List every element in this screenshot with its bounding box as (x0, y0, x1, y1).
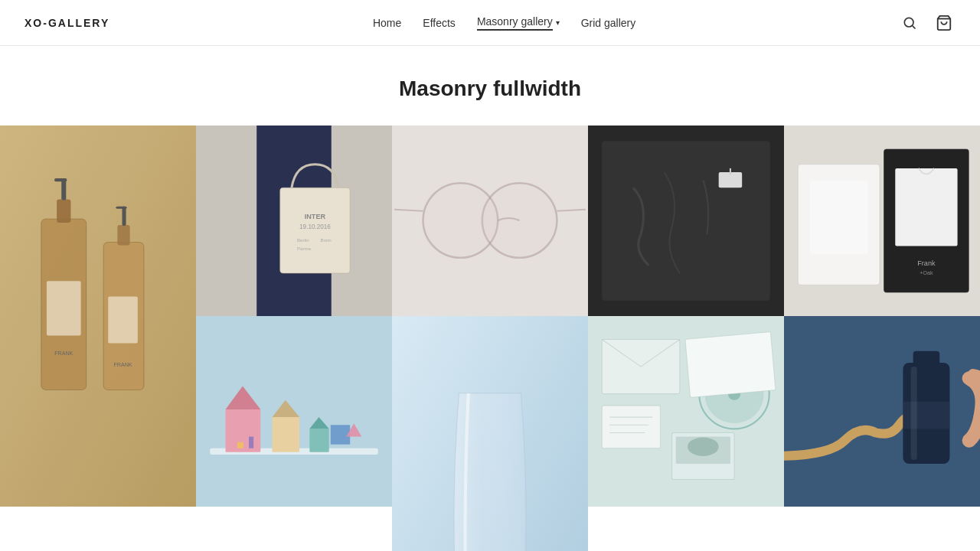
svg-rect-63 (602, 406, 660, 448)
page-title-section: Masonry fullwidth (0, 46, 980, 126)
svg-rect-33 (602, 141, 770, 300)
svg-rect-43 (809, 180, 867, 254)
svg-rect-48 (273, 417, 300, 452)
gallery-item-6[interactable] (196, 316, 392, 507)
svg-rect-4 (0, 126, 196, 507)
svg-rect-76 (913, 351, 940, 367)
svg-marker-52 (331, 425, 350, 444)
nav-masonry-gallery[interactable]: Masonry gallery ▾ (477, 15, 560, 31)
svg-rect-73 (685, 332, 776, 398)
packaged-shirts-image: Frank +Oak (784, 126, 980, 316)
gallery-item-2[interactable]: INTER 19.10.2016 Berlin Bonn Parma (196, 126, 392, 316)
stationery-image (588, 316, 784, 507)
svg-rect-78 (911, 367, 917, 460)
svg-text:+Oak: +Oak (920, 270, 933, 276)
site-header: XO-GALLERY Home Effects Masonry gallery … (0, 0, 980, 46)
search-icon (902, 15, 917, 31)
glass-vase-image (392, 316, 588, 551)
cart-icon (936, 15, 952, 31)
svg-rect-7 (61, 178, 66, 200)
paper-houses-image (196, 316, 392, 507)
svg-rect-10 (117, 225, 129, 245)
svg-text:Berlin: Berlin (297, 237, 309, 243)
svg-text:FRANK: FRANK (113, 362, 132, 368)
svg-text:FRANK: FRANK (54, 350, 73, 357)
gallery-item-3[interactable] (392, 126, 588, 316)
tote-bag-image: INTER 19.10.2016 Berlin Bonn Parma (196, 126, 392, 316)
gallery-item-4[interactable] (588, 126, 784, 316)
gallery-item-1[interactable]: FRANK FRANK (0, 126, 196, 507)
svg-rect-13 (47, 281, 81, 335)
svg-rect-19 (280, 187, 350, 273)
masonry-gallery: FRANK FRANK INTER 19.10.2016 Berlin Bonn… (0, 126, 980, 551)
search-button[interactable] (899, 12, 920, 34)
svg-rect-11 (122, 207, 126, 226)
svg-rect-53 (237, 442, 243, 448)
glasses-image (392, 126, 588, 316)
nav-home[interactable]: Home (373, 17, 401, 29)
jacket-image (588, 126, 784, 316)
svg-text:INTER: INTER (305, 213, 326, 220)
cart-button[interactable] (933, 11, 956, 34)
nav-effects[interactable]: Effects (423, 17, 456, 29)
svg-rect-14 (108, 297, 138, 344)
header-icons (899, 11, 956, 34)
svg-text:Frank: Frank (917, 259, 936, 267)
gallery-item-5[interactable]: Frank +Oak (784, 126, 980, 316)
gallery-item-7[interactable] (392, 316, 588, 551)
svg-rect-77 (903, 402, 949, 429)
svg-point-0 (904, 18, 913, 27)
chevron-down-icon: ▾ (556, 18, 560, 27)
soap-bottles-image: FRANK FRANK (0, 126, 196, 507)
svg-text:Bonn: Bonn (321, 237, 332, 243)
svg-rect-35 (730, 168, 731, 174)
svg-text:Parma: Parma (297, 246, 312, 251)
gallery-item-9[interactable] (784, 316, 980, 507)
svg-rect-54 (249, 437, 253, 448)
svg-rect-50 (309, 429, 328, 452)
svg-rect-38 (895, 168, 957, 246)
main-nav: Home Effects Masonry gallery ▾ Grid gall… (373, 15, 635, 31)
svg-point-72 (688, 438, 719, 456)
nav-grid-gallery[interactable]: Grid gallery (581, 17, 636, 29)
page-title: Masonry fullwidth (0, 77, 980, 101)
svg-line-1 (913, 25, 916, 28)
svg-rect-8 (54, 178, 67, 181)
gallery-item-8[interactable] (588, 316, 784, 507)
logo[interactable]: XO-GALLERY (24, 17, 109, 29)
svg-point-29 (484, 184, 556, 256)
water-bottle-image (784, 316, 980, 507)
svg-rect-74 (784, 316, 980, 507)
svg-rect-6 (57, 200, 70, 223)
svg-rect-12 (116, 207, 126, 209)
svg-text:19.10.2016: 19.10.2016 (299, 223, 331, 230)
